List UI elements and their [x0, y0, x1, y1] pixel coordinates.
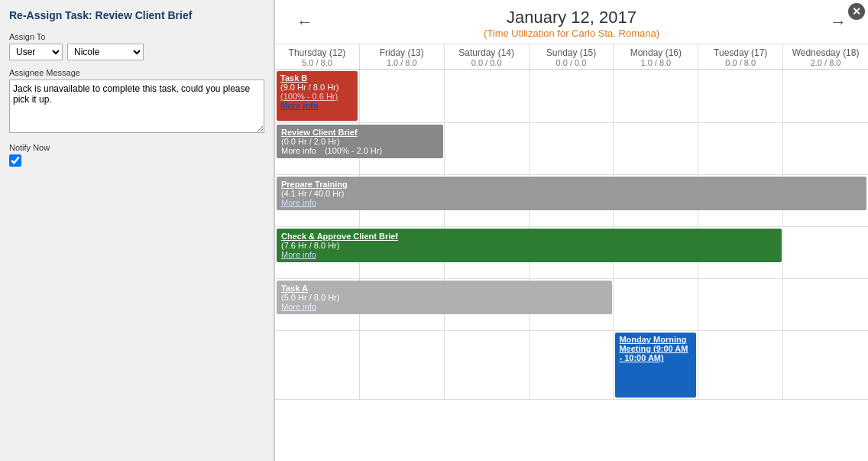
- bg-cell-6: [783, 123, 868, 174]
- task-block-taskb[interactable]: Task B (9.0 Hr / 8.0 Hr) (100% - 0.6 Hr)…: [277, 71, 358, 121]
- day-sat: Saturday (14) 0.0 / 0.0: [445, 44, 530, 69]
- message-textarea[interactable]: Jack is unavailable to complete this tas…: [9, 80, 264, 133]
- calendar-header: ← January 12, 2017 (Time Utilization for…: [275, 0, 868, 44]
- bg-cell-6: [783, 279, 868, 330]
- task-a-more-info[interactable]: More info: [281, 302, 607, 311]
- message-label: Assignee Message: [9, 68, 264, 77]
- cell-empty-r1c4: [614, 70, 698, 122]
- task-b-link[interactable]: Task B: [280, 73, 354, 83]
- cell-empty-r1c3: [530, 70, 614, 122]
- close-button[interactable]: ✕: [848, 3, 865, 20]
- message-section: Assignee Message Jack is unavailable to …: [9, 68, 264, 135]
- review-client-brief-hours: (0.0 Hr / 2.0 Hr): [281, 137, 439, 146]
- review-client-brief-extra2: (100% - 2.0 Hr): [325, 146, 382, 155]
- bg-cell-4: [614, 279, 698, 330]
- check-approve-link[interactable]: Check & Approve Client Brief: [281, 232, 777, 241]
- assign-row: User Group Role Nicole Jack Maria Tom: [9, 44, 264, 60]
- cell-empty-r1c2: [445, 70, 530, 122]
- task-a-link[interactable]: Task A: [281, 284, 607, 293]
- left-panel: Re-Assign Task: Review Client Brief Assi…: [0, 0, 275, 461]
- check-approve-more-info[interactable]: More info: [281, 250, 777, 259]
- task-row-2: Review Client Brief (0.0 Hr / 2.0 Hr) Mo…: [275, 123, 868, 175]
- day-fri: Friday (13) 1.0 / 8.0: [360, 44, 445, 69]
- task-block-task-a[interactable]: Task A (5.0 Hr / 8.0 Hr) More info: [277, 281, 612, 314]
- assign-to-label: Assign To: [9, 32, 264, 41]
- calendar-title: January 12, 2017: [275, 8, 868, 28]
- task-b-extra2: (100% - 0.6 Hr): [280, 92, 354, 101]
- calendar-grid: Thursday (12) 5.0 / 8.0 Friday (13) 1.0 …: [275, 44, 868, 461]
- assign-to-section: Assign To User Group Role Nicole Jack Ma…: [9, 32, 264, 60]
- task-block-monday-meeting[interactable]: Monday Morning Meeting (9:00 AM - 10:00 …: [615, 333, 696, 398]
- cell-empty-r1c6: [783, 70, 868, 122]
- bg-cell-5: [698, 279, 783, 330]
- task-cell-monday-meeting: Monday Morning Meeting (9:00 AM - 10:00 …: [614, 331, 698, 399]
- prepare-training-link[interactable]: Prepare Training: [281, 180, 862, 189]
- check-approve-hours: (7.6 Hr / 8.0 Hr): [281, 241, 777, 250]
- assignee-select[interactable]: Nicole Jack Maria Tom: [67, 44, 144, 60]
- day-thu: Thursday (12) 5.0 / 8.0: [275, 44, 360, 69]
- task-cell-taskb: Task B (9.0 Hr / 8.0 Hr) (100% - 0.6 Hr)…: [275, 70, 360, 122]
- cell-empty-r1c1: [360, 70, 445, 122]
- task-block-review-client-brief[interactable]: Review Client Brief (0.0 Hr / 2.0 Hr) Mo…: [277, 125, 443, 158]
- task-a-hours: (5.0 Hr / 8.0 Hr): [281, 293, 607, 302]
- prepare-training-more-info[interactable]: More info: [281, 198, 862, 207]
- panel-title: Re-Assign Task: Review Client Brief: [9, 9, 264, 21]
- task-row-1: Task B (9.0 Hr / 8.0 Hr) (100% - 0.6 Hr)…: [275, 70, 868, 123]
- bg-cell-3: [530, 123, 614, 174]
- task-row-4: Check & Approve Client Brief (7.6 Hr / 8…: [275, 227, 868, 279]
- monday-meeting-link[interactable]: Monday Morning Meeting (9:00 AM - 10:00 …: [619, 335, 692, 362]
- bg-cell-2: [445, 123, 530, 174]
- day-tue: Tuesday (17) 0.0 / 8.0: [698, 44, 783, 69]
- task-row-3: Prepare Training (4.1 Hr / 40.0 Hr) More…: [275, 175, 868, 227]
- prepare-training-hours: (4.1 Hr / 40.0 Hr): [281, 189, 862, 198]
- task-b-more-info[interactable]: More info: [280, 101, 354, 110]
- cell-empty-r6c3: [530, 331, 614, 399]
- cell-empty-r6c0: [275, 331, 360, 399]
- day-sun: Sunday (15) 0.0 / 0.0: [530, 44, 614, 69]
- task-row-5: Task A (5.0 Hr / 8.0 Hr) More info: [275, 279, 868, 331]
- notify-row: [9, 154, 264, 167]
- day-mon: Monday (16) 1.0 / 8.0: [614, 44, 698, 69]
- day-headers: Thursday (12) 5.0 / 8.0 Friday (13) 1.0 …: [275, 44, 868, 70]
- notify-section: Notify Now: [9, 143, 264, 167]
- bg-cell-5: [698, 123, 783, 174]
- user-type-select[interactable]: User Group Role: [9, 44, 63, 60]
- notify-checkbox[interactable]: [9, 154, 21, 167]
- task-row-6: Monday Morning Meeting (9:00 AM - 10:00 …: [275, 331, 868, 400]
- day-wed: Wednesday (18) 2.0 / 8.0: [783, 44, 868, 69]
- prev-button[interactable]: ←: [290, 12, 319, 32]
- right-panel: ✕ ← January 12, 2017 (Time Utilization f…: [275, 0, 868, 461]
- cell-empty-r6c2: [445, 331, 530, 399]
- notify-label: Notify Now: [9, 143, 264, 152]
- bg-cell-6: [783, 227, 868, 278]
- task-block-prepare-training[interactable]: Prepare Training (4.1 Hr / 40.0 Hr) More…: [277, 177, 866, 210]
- bg-cell-4: [614, 123, 698, 174]
- task-block-check-approve[interactable]: Check & Approve Client Brief (7.6 Hr / 8…: [277, 229, 782, 262]
- cell-empty-r1c5: [698, 70, 783, 122]
- review-client-brief-link[interactable]: Review Client Brief: [281, 128, 439, 137]
- calendar-subtitle: (Time Utilization for Carlo Sta. Romana): [275, 28, 868, 39]
- cell-empty-r6c6: [783, 331, 868, 399]
- review-client-brief-more-info[interactable]: More info: [281, 146, 316, 155]
- cell-empty-r6c5: [698, 331, 783, 399]
- cell-empty-r6c1: [360, 331, 445, 399]
